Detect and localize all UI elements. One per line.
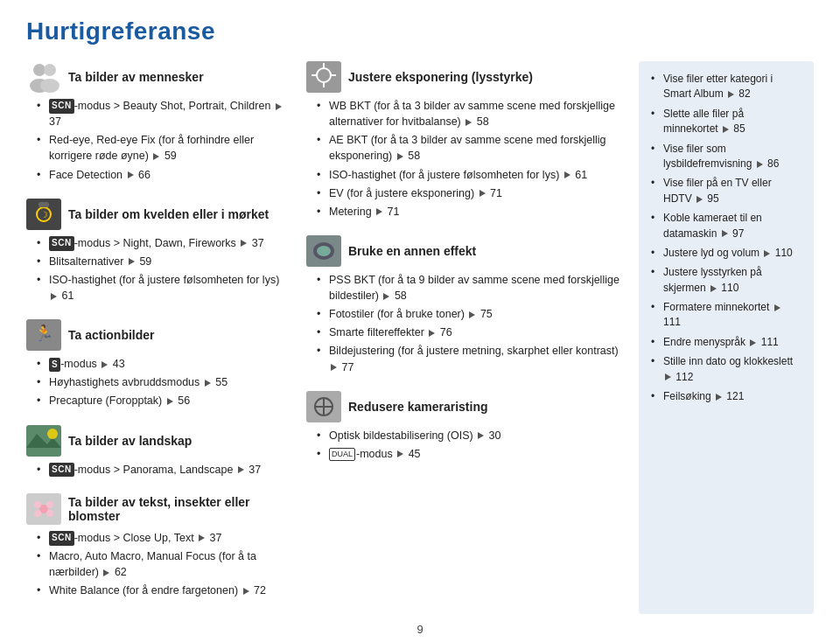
list-item: Vise filer som lysbildefremvisning 86 [651, 142, 802, 172]
section-night-title: Ta bilder om kvelden eller i mørket [68, 207, 269, 221]
section-people-header: Ta bilder av mennesker [26, 61, 289, 93]
list-item: SCN-modus > Panorama, Landscape 37 [37, 462, 289, 478]
night-icon: ☽ [26, 199, 61, 230]
svg-rect-6 [38, 202, 49, 207]
list-item: SCN-modus > Night, Dawn, Fireworks 37 [37, 235, 289, 251]
section-exposure-list: WB BKT (for å ta 3 bilder av samme scene… [306, 98, 630, 220]
list-item: White Balance (for å endre fargetonen) 7… [37, 583, 289, 598]
section-landscape-list: SCN-modus > Panorama, Landscape 37 [26, 462, 289, 478]
section-landscape-title: Ta bilder av landskap [68, 434, 192, 448]
mid-column: Justere eksponering (lysstyrke) WB BKT (… [298, 61, 639, 614]
list-item: AE BKT (for å ta 3 bilder av samme scene… [317, 132, 630, 164]
list-item: Metering 71 [317, 204, 630, 220]
section-night: ☽ Ta bilder om kvelden eller i mørket SC… [26, 199, 289, 304]
people-icon [26, 61, 61, 93]
section-text: Ta bilder av tekst, insekter eller bloms… [26, 493, 289, 599]
section-action-header: 🏃 Ta actionbilder [26, 319, 289, 351]
list-item: Blitsalternativer 59 [37, 254, 289, 269]
list-item: Formatere minnekortet 111 [651, 300, 802, 331]
section-exposure-title: Justere eksponering (lysstyrke) [348, 70, 533, 84]
section-effect-list: PSS BKT (for å ta 9 bilder av samme scen… [306, 272, 630, 375]
text-flower-icon [26, 493, 61, 525]
list-item: Smarte filtereffekter 76 [317, 324, 630, 340]
section-effect-header: Bruke en annen effekt [306, 235, 630, 267]
effect-icon [306, 235, 341, 267]
section-exposure-header: Justere eksponering (lysstyrke) [306, 61, 630, 93]
right-column-list: Vise filer etter kategori i Smart Album … [651, 72, 802, 404]
svg-point-27 [317, 246, 331, 256]
list-item: EV (for å justere eksponering) 71 [317, 185, 630, 201]
section-night-header: ☽ Ta bilder om kvelden eller i mørket [26, 199, 289, 230]
svg-point-0 [33, 64, 46, 76]
list-item: DUAL-modus 45 [317, 446, 630, 462]
list-item: Stille inn dato og klokkeslett 112 [651, 354, 802, 385]
list-item: Koble kameraet til en datamaskin 97 [651, 211, 802, 241]
list-item: Justere lyd og volum 110 [651, 246, 802, 261]
section-action-title: Ta actionbilder [68, 328, 155, 342]
list-item: ISO-hastighet (for å justere følsomheten… [317, 167, 630, 183]
stabilize-icon [306, 391, 341, 422]
svg-point-17 [34, 510, 41, 517]
section-exposure: Justere eksponering (lysstyrke) WB BKT (… [306, 61, 630, 220]
list-item: Fotostiler (for å bruke toner) 75 [317, 306, 630, 322]
section-text-title: Ta bilder av tekst, insekter eller bloms… [68, 495, 289, 523]
svg-point-16 [46, 501, 53, 508]
list-item: Optisk bildestabilisering (OIS) 30 [317, 428, 630, 443]
list-item: Vise filer etter kategori i Smart Album … [651, 72, 802, 102]
list-item: Bildejustering (for å justere metning, s… [317, 343, 630, 374]
section-people-list: SCN-modus > Beauty Shot, Portrait, Child… [26, 98, 289, 183]
left-column: Ta bilder av mennesker SCN-modus > Beaut… [26, 61, 298, 614]
section-stabilize-title: Redusere kameraristing [348, 400, 488, 414]
exposure-icon [306, 61, 341, 93]
list-item: Macro, Auto Macro, Manual Focus (for å t… [37, 548, 289, 580]
landscape-icon [26, 425, 61, 457]
list-item: WB BKT (for å ta 3 bilder av samme scene… [317, 98, 630, 129]
list-item: PSS BKT (for å ta 9 bilder av samme scen… [317, 272, 630, 304]
section-action-list: S-modus 43 Høyhastighets avbruddsmodus 5… [26, 356, 289, 408]
section-action: 🏃 Ta actionbilder S-modus 43 Høyhastighe… [26, 319, 289, 408]
svg-point-18 [46, 510, 53, 517]
list-item: Feilsøking 121 [651, 389, 802, 404]
svg-point-2 [44, 64, 56, 76]
section-landscape: Ta bilder av landskap SCN-modus > Panora… [26, 425, 289, 478]
list-item: ISO-hastighet (for å justere følsomheten… [37, 272, 289, 304]
section-text-list: SCN-modus > Close Up, Text 37 Macro, Aut… [26, 530, 289, 599]
list-item: Vise filer på en TV eller HDTV 95 [651, 176, 802, 206]
svg-text:☽: ☽ [40, 210, 48, 220]
svg-point-15 [34, 501, 41, 508]
section-effect-title: Bruke en annen effekt [348, 244, 476, 258]
action-icon: 🏃 [26, 319, 61, 351]
svg-point-12 [47, 429, 58, 439]
page-title: Hurtigreferanse [26, 17, 814, 45]
list-item: Face Detection 66 [37, 167, 289, 183]
section-people-title: Ta bilder av mennesker [68, 70, 204, 84]
page-number: 9 [26, 623, 814, 636]
right-column: Vise filer etter kategori i Smart Album … [639, 61, 814, 614]
list-item: Endre menyspråk 111 [651, 335, 802, 350]
section-stabilize-header: Redusere kameraristing [306, 391, 630, 422]
list-item: Justere lysstyrken på skjermen 110 [651, 265, 802, 296]
section-effect: Bruke en annen effekt PSS BKT (for å ta … [306, 235, 630, 375]
list-item: SCN-modus > Close Up, Text 37 [37, 530, 289, 546]
svg-point-3 [40, 79, 60, 93]
svg-text:🏃: 🏃 [34, 324, 54, 343]
list-item: Red-eye, Red-eye Fix (for å forhindre el… [37, 132, 289, 164]
section-text-header: Ta bilder av tekst, insekter eller bloms… [26, 493, 289, 525]
list-item: Slette alle filer på minnekortet 85 [651, 107, 802, 137]
section-stabilize: Redusere kameraristing Optisk bildestabi… [306, 391, 630, 462]
list-item: Precapture (Foropptak) 56 [37, 393, 289, 408]
section-night-list: SCN-modus > Night, Dawn, Fireworks 37 Bl… [26, 235, 289, 304]
section-people: Ta bilder av mennesker SCN-modus > Beaut… [26, 61, 289, 183]
section-landscape-header: Ta bilder av landskap [26, 425, 289, 457]
section-stabilize-list: Optisk bildestabilisering (OIS) 30 DUAL-… [306, 428, 630, 462]
list-item: Høyhastighets avbruddsmodus 55 [37, 374, 289, 390]
list-item: S-modus 43 [37, 356, 289, 372]
list-item: SCN-modus > Beauty Shot, Portrait, Child… [37, 98, 289, 129]
